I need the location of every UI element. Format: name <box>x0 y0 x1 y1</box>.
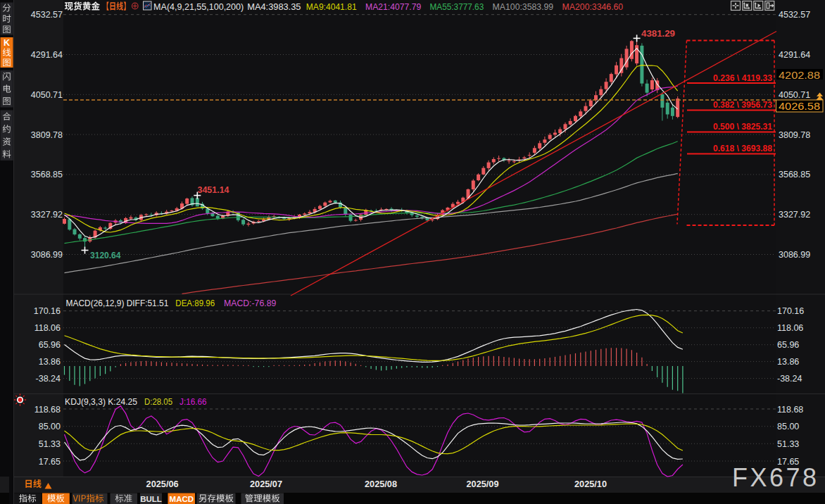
svg-text:MA55:3777.63: MA55:3777.63 <box>430 1 484 12</box>
svg-text:3568.85: 3568.85 <box>779 170 810 179</box>
svg-text:13.86: 13.86 <box>777 357 799 367</box>
svg-text:3327.92: 3327.92 <box>31 210 63 220</box>
svg-text:KDJ(9,3,3) K:24.25: KDJ(9,3,3) K:24.25 <box>65 396 137 407</box>
svg-text:0.618 \ 3693.88: 0.618 \ 3693.88 <box>713 143 772 153</box>
svg-text:0.382 \ 3956.73: 0.382 \ 3956.73 <box>713 99 772 110</box>
svg-text:17.65: 17.65 <box>39 457 61 467</box>
svg-text:118.68: 118.68 <box>777 405 803 415</box>
svg-text:DEA:89.96: DEA:89.96 <box>175 298 215 308</box>
svg-text:FX678: FX678 <box>732 463 819 492</box>
svg-text:3086.99: 3086.99 <box>779 250 810 260</box>
svg-text:4026.58: 4026.58 <box>779 101 820 112</box>
svg-text:65.96: 65.96 <box>777 340 799 350</box>
svg-text:3809.78: 3809.78 <box>31 130 63 140</box>
svg-text:2025/09: 2025/09 <box>467 479 499 489</box>
svg-text:118.68: 118.68 <box>34 405 61 415</box>
svg-text:4381.29: 4381.29 <box>641 28 675 39</box>
svg-text:0.236 \ 4119.33: 0.236 \ 4119.33 <box>713 73 772 83</box>
svg-text:4050.71: 4050.71 <box>779 90 810 100</box>
svg-text:MA21:4077.79: MA21:4077.79 <box>365 1 421 12</box>
svg-text:3086.99: 3086.99 <box>31 250 63 260</box>
svg-text:MA(4,9,21,55,100,200): MA(4,9,21,55,100,200) <box>153 1 244 12</box>
svg-text:51.33: 51.33 <box>39 439 61 449</box>
svg-text:4291.64: 4291.64 <box>779 50 810 60</box>
svg-text:118.06: 118.06 <box>34 323 61 333</box>
svg-text:4532.57: 4532.57 <box>779 10 810 20</box>
svg-text:85.00: 85.00 <box>39 422 61 431</box>
svg-text:4202.88: 4202.88 <box>779 70 820 81</box>
svg-text:MACD:-76.89: MACD:-76.89 <box>224 298 276 308</box>
svg-text:13.86: 13.86 <box>39 357 61 367</box>
svg-text:-38.24: -38.24 <box>777 374 802 384</box>
svg-text:4532.57: 4532.57 <box>31 10 63 20</box>
svg-text:BULL: BULL <box>140 495 162 503</box>
svg-text:65.96: 65.96 <box>39 340 61 350</box>
svg-text:MACD: MACD <box>170 495 194 503</box>
svg-text:MA200:3346.60: MA200:3346.60 <box>562 1 624 12</box>
svg-text:3327.92: 3327.92 <box>779 210 810 220</box>
svg-text:118.06: 118.06 <box>777 323 803 333</box>
svg-text:MA100:3583.99: MA100:3583.99 <box>493 1 554 12</box>
svg-text:3120.64: 3120.64 <box>90 250 121 260</box>
svg-text:170.16: 170.16 <box>777 306 804 316</box>
svg-text:K: K <box>4 38 10 48</box>
svg-text:3451.14: 3451.14 <box>198 184 230 195</box>
svg-text:0.500 \ 3825.31: 0.500 \ 3825.31 <box>713 121 772 132</box>
svg-text:170.16: 170.16 <box>34 306 61 316</box>
svg-text:MA4:3983.35: MA4:3983.35 <box>247 1 301 12</box>
svg-text:2025/08: 2025/08 <box>365 479 397 489</box>
svg-text:J:16.66: J:16.66 <box>180 396 207 407</box>
svg-text:2025/10: 2025/10 <box>574 479 607 489</box>
svg-text:MA9:4041.81: MA9:4041.81 <box>306 1 357 12</box>
svg-text:MACD(26,12,9) DIFF:51.51: MACD(26,12,9) DIFF:51.51 <box>66 298 169 308</box>
svg-text:-38.24: -38.24 <box>36 374 61 384</box>
svg-text:4291.64: 4291.64 <box>31 50 63 60</box>
svg-text:51.33: 51.33 <box>777 439 799 449</box>
svg-text:4050.71: 4050.71 <box>31 90 63 100</box>
svg-text:3809.78: 3809.78 <box>779 130 810 140</box>
svg-text:2025/06: 2025/06 <box>146 479 179 489</box>
svg-text:D:28.05: D:28.05 <box>144 396 172 407</box>
svg-text:3568.85: 3568.85 <box>31 170 63 179</box>
svg-text:2025/07: 2025/07 <box>250 479 282 489</box>
svg-text:85.00: 85.00 <box>777 422 799 431</box>
